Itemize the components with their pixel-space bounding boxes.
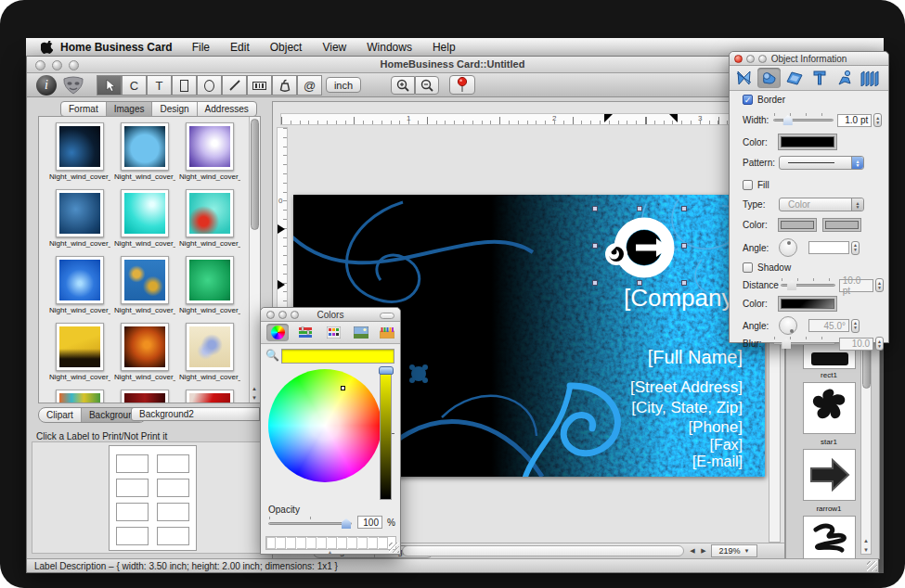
thumbnail[interactable] (56, 189, 104, 237)
pattern-select[interactable]: ▲▼ (779, 156, 864, 170)
image-thumbnail-list[interactable]: Night_wind_cover_... Night_wind_cover_..… (38, 116, 261, 403)
menu-file[interactable]: File (192, 41, 210, 54)
menu-windows[interactable]: Windows (367, 41, 412, 54)
thumbnail[interactable] (186, 122, 234, 171)
image-palettes-tab[interactable] (350, 324, 372, 341)
fill-checkbox[interactable] (743, 180, 753, 190)
card-email-text[interactable]: [E-mail] (692, 454, 743, 470)
window-resize-grip[interactable] (867, 561, 877, 571)
shadow-angle-stepper[interactable]: ▲▼ (851, 319, 860, 333)
select-tool-button[interactable] (97, 75, 122, 96)
scroll-left-arrow[interactable]: ◀ (687, 545, 698, 556)
color-palettes-tab[interactable] (322, 324, 344, 341)
card-fax-text[interactable]: [Fax] (709, 437, 743, 454)
shadow-checkbox[interactable] (743, 262, 753, 273)
colors-title-bar[interactable]: Colors (261, 308, 400, 322)
shadow-distance-stepper[interactable]: ▲▼ (875, 278, 884, 292)
mask-tool-button[interactable] (62, 76, 84, 95)
menu-edit[interactable]: Edit (230, 41, 250, 54)
tab-format[interactable]: Format (61, 102, 107, 116)
shape-scribble[interactable] (803, 516, 856, 559)
company-logo[interactable] (601, 213, 682, 282)
border-width-handle[interactable] (783, 115, 793, 125)
thumbnail[interactable] (56, 323, 104, 371)
shadow-distance-slider[interactable] (781, 284, 835, 287)
swatch-well[interactable] (328, 537, 337, 549)
mode-clipart[interactable]: Clipart (39, 408, 82, 422)
shape-star1[interactable] (803, 382, 856, 434)
thumbnail[interactable] (56, 256, 104, 304)
appearance-tab[interactable] (757, 68, 781, 88)
label-cell[interactable] (157, 454, 189, 473)
zoom-out-button[interactable] (415, 76, 439, 95)
line-tool-button[interactable] (222, 75, 247, 96)
thumbnail[interactable] (186, 323, 234, 371)
border-width-stepper[interactable]: ▲▼ (873, 113, 882, 127)
tab-addresses[interactable]: Addresses (198, 102, 256, 116)
menu-app-name[interactable]: Home Business Card (60, 41, 173, 54)
swatch-well[interactable] (348, 537, 357, 549)
selection-handle[interactable] (681, 243, 687, 249)
label-cell[interactable] (116, 479, 149, 497)
scroll-up-arrow[interactable]: ▲ (252, 386, 257, 391)
object-info-title-bar[interactable]: Object Information (730, 52, 888, 66)
surface-tab[interactable] (782, 68, 806, 88)
selected-color-bar[interactable] (281, 349, 394, 364)
brightness-slider-handle[interactable] (379, 366, 394, 375)
thumbnail[interactable] (186, 256, 234, 304)
thumbnail[interactable] (56, 122, 104, 171)
shadow-distance-field[interactable]: 10.0 pt (839, 279, 873, 292)
thumbnail[interactable] (121, 122, 169, 171)
location-pin-button[interactable] (449, 75, 475, 95)
label-cell[interactable] (157, 527, 189, 545)
fill-angle-dial[interactable] (779, 238, 797, 257)
menu-help[interactable]: Help (433, 41, 456, 54)
shadow-color-swatch[interactable] (779, 297, 836, 311)
background-category-select[interactable]: Background2 ▲▼ (131, 407, 272, 421)
label-cell[interactable] (116, 454, 149, 473)
geometry-tab[interactable] (732, 68, 756, 88)
label-cell[interactable] (116, 503, 149, 521)
info-button[interactable]: i (36, 75, 57, 96)
fill-color-swatch-2[interactable] (823, 219, 860, 231)
shadow-blur-handle[interactable] (782, 339, 791, 349)
border-checkbox[interactable]: ✓ (743, 95, 753, 105)
shadow-distance-handle[interactable] (787, 280, 796, 290)
selection-handle[interactable] (592, 243, 598, 249)
swatch-well[interactable] (287, 537, 296, 549)
fill-type-select[interactable]: Color ▲▼ (779, 198, 864, 211)
oval-tool-button[interactable] (197, 75, 222, 96)
thumbnail[interactable] (121, 256, 169, 304)
card-street-text[interactable]: [Street Address] (630, 378, 743, 397)
palette-resize-grip[interactable] (389, 543, 399, 553)
swatch-well[interactable] (379, 537, 388, 549)
zoom-level-select[interactable]: 219% ▼ (711, 544, 757, 557)
opacity-slider[interactable] (268, 522, 352, 525)
label-cell[interactable] (116, 527, 149, 545)
ink-tool-button[interactable] (272, 75, 297, 96)
transform-tab[interactable] (833, 68, 856, 88)
opacity-slider-handle[interactable] (342, 518, 351, 529)
scroll-up-arrow[interactable]: ▲ (863, 538, 869, 543)
swatch-well[interactable] (368, 537, 378, 549)
zoom-in-button[interactable] (391, 76, 415, 95)
thumbnail-list-scrollbar[interactable]: ▲ ▼ (249, 117, 260, 403)
thumbnail[interactable] (186, 390, 234, 403)
shadow-angle-field[interactable]: 45.0° (808, 319, 849, 332)
swatch-well[interactable] (266, 537, 276, 549)
at-tool-button[interactable]: @ (297, 75, 322, 96)
swatch-well[interactable] (358, 537, 368, 549)
color-wheel-tab[interactable] (266, 324, 289, 341)
tab-design[interactable]: Design (152, 102, 197, 116)
fill-angle-field[interactable] (808, 241, 849, 254)
brightness-slider[interactable] (380, 367, 392, 500)
swatch-well[interactable] (317, 537, 327, 549)
scrollbar-thumb[interactable] (251, 119, 259, 230)
image-tool-button[interactable] (247, 75, 272, 96)
selection-handle[interactable] (592, 206, 598, 211)
shape-rarrow1[interactable] (803, 449, 856, 501)
shadow-blur-field[interactable]: 10.0 (839, 338, 873, 351)
color-wheel-marker[interactable] (341, 386, 345, 390)
label-cell[interactable] (157, 503, 189, 521)
arc-tool-button[interactable]: C (122, 75, 147, 96)
